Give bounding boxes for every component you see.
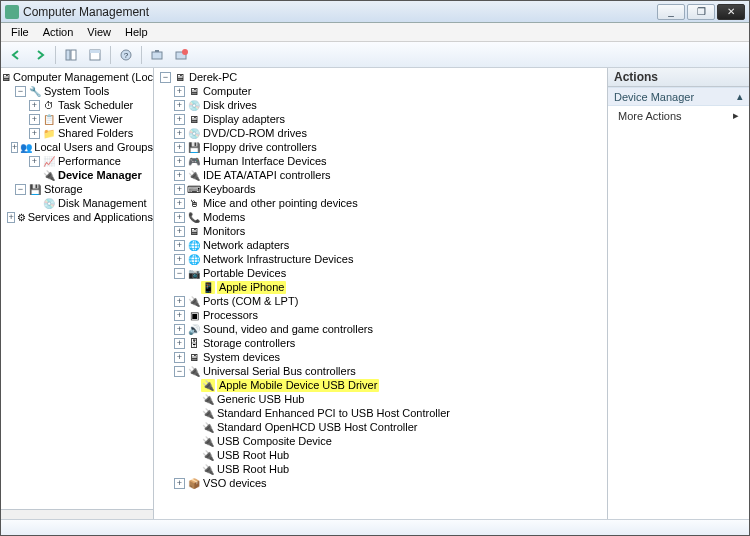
cat-monitors[interactable]: +🖥Monitors xyxy=(160,224,607,238)
dev-apple-iphone[interactable]: 📱Apple iPhone xyxy=(160,280,607,294)
expand-icon[interactable]: + xyxy=(174,324,185,335)
cat-modems[interactable]: +📞Modems xyxy=(160,210,607,224)
console-tree[interactable]: 🖥Computer Management (Local −🔧System Too… xyxy=(1,68,153,226)
expand-icon[interactable]: + xyxy=(174,198,185,209)
tree-task-scheduler[interactable]: +⏱Task Scheduler xyxy=(1,98,153,112)
actions-more[interactable]: More Actions ▸ xyxy=(608,106,749,125)
cat-ide[interactable]: +🔌IDE ATA/ATAPI controllers xyxy=(160,168,607,182)
cat-netinfra[interactable]: +🌐Network Infrastructure Devices xyxy=(160,252,607,266)
collapse-icon[interactable]: − xyxy=(174,268,185,279)
cat-network[interactable]: +🌐Network adapters xyxy=(160,238,607,252)
cat-display[interactable]: +🖥Display adapters xyxy=(160,112,607,126)
help-button[interactable]: ? xyxy=(115,45,137,65)
expand-icon[interactable]: + xyxy=(174,142,185,153)
cat-vso[interactable]: +📦VSO devices xyxy=(160,476,607,490)
expand-icon[interactable]: + xyxy=(29,156,40,167)
show-hide-tree-button[interactable] xyxy=(60,45,82,65)
collapse-arrow-icon: ▴ xyxy=(737,90,743,103)
cat-floppy[interactable]: +💾Floppy drive controllers xyxy=(160,140,607,154)
tree-storage[interactable]: −💾Storage xyxy=(1,182,153,196)
expand-icon[interactable]: + xyxy=(174,114,185,125)
expand-icon[interactable]: + xyxy=(174,254,185,265)
expand-icon[interactable]: + xyxy=(29,100,40,111)
dev-root-hub-1[interactable]: 🔌USB Root Hub xyxy=(160,448,607,462)
dev-root-hub-2[interactable]: 🔌USB Root Hub xyxy=(160,462,607,476)
cat-dvd[interactable]: +💿DVD/CD-ROM drives xyxy=(160,126,607,140)
cat-computer[interactable]: +🖥Computer xyxy=(160,84,607,98)
expand-icon[interactable]: + xyxy=(174,338,185,349)
svg-rect-1 xyxy=(71,50,76,60)
dev-composite[interactable]: 🔌USB Composite Device xyxy=(160,434,607,448)
forward-button[interactable] xyxy=(29,45,51,65)
maximize-button[interactable]: ❐ xyxy=(687,4,715,20)
dev-openhcd[interactable]: 🔌Standard OpenHCD USB Host Controller xyxy=(160,420,607,434)
menu-action[interactable]: Action xyxy=(37,24,80,40)
cat-sound[interactable]: +🔊Sound, video and game controllers xyxy=(160,322,607,336)
tree-event-viewer[interactable]: +📋Event Viewer xyxy=(1,112,153,126)
cat-hid[interactable]: +🎮Human Interface Devices xyxy=(160,154,607,168)
expand-icon[interactable]: + xyxy=(174,226,185,237)
cat-processors[interactable]: +▣Processors xyxy=(160,308,607,322)
collapse-icon[interactable]: − xyxy=(15,184,26,195)
cat-mice[interactable]: +🖱Mice and other pointing devices xyxy=(160,196,607,210)
cat-keyboards[interactable]: +⌨Keyboards xyxy=(160,182,607,196)
tree-system-tools[interactable]: −🔧System Tools xyxy=(1,84,153,98)
device-root[interactable]: −🖥Derek-PC xyxy=(160,70,607,84)
dev-generic-hub[interactable]: 🔌Generic USB Hub xyxy=(160,392,607,406)
collapse-icon[interactable]: − xyxy=(160,72,171,83)
folder-icon: 📁 xyxy=(42,127,56,140)
cat-storage-ctl[interactable]: +🗄Storage controllers xyxy=(160,336,607,350)
expand-icon[interactable]: + xyxy=(174,478,185,489)
tree-services[interactable]: +⚙Services and Applications xyxy=(1,210,153,224)
expand-icon[interactable]: + xyxy=(174,86,185,97)
tree-performance[interactable]: +📈Performance xyxy=(1,154,153,168)
monitor-icon: 🖥 xyxy=(187,225,201,238)
expand-icon[interactable]: + xyxy=(29,114,40,125)
titlebar: Computer Management _ ❐ ✕ xyxy=(1,1,749,23)
cat-portable[interactable]: −📷Portable Devices xyxy=(160,266,607,280)
cat-disk-drives[interactable]: +💿Disk drives xyxy=(160,98,607,112)
uninstall-button[interactable] xyxy=(170,45,192,65)
expand-icon[interactable]: + xyxy=(174,310,185,321)
expand-icon[interactable]: + xyxy=(174,184,185,195)
menu-view[interactable]: View xyxy=(81,24,117,40)
expand-icon[interactable]: + xyxy=(174,296,185,307)
expand-icon[interactable]: + xyxy=(11,142,18,153)
tree-local-users[interactable]: +👥Local Users and Groups xyxy=(1,140,153,154)
actions-selected[interactable]: Device Manager ▴ xyxy=(608,87,749,106)
close-button[interactable]: ✕ xyxy=(717,4,745,20)
collapse-icon[interactable]: − xyxy=(15,86,26,97)
collapse-icon[interactable]: − xyxy=(174,366,185,377)
tree-disk-management[interactable]: 💿Disk Management xyxy=(1,196,153,210)
tree-device-manager[interactable]: 🔌Device Manager xyxy=(1,168,153,182)
expand-icon[interactable]: + xyxy=(174,170,185,181)
dev-apple-usb-driver[interactable]: 🔌Apple Mobile Device USB Driver xyxy=(160,378,607,392)
expand-icon[interactable]: + xyxy=(174,212,185,223)
console-tree-pane: 🖥Computer Management (Local −🔧System Too… xyxy=(1,68,154,519)
usb-device-icon: 🔌 xyxy=(201,393,215,406)
cat-ports[interactable]: +🔌Ports (COM & LPT) xyxy=(160,294,607,308)
cpu-icon: ▣ xyxy=(187,309,201,322)
left-splitter[interactable] xyxy=(1,509,153,519)
scan-button[interactable] xyxy=(146,45,168,65)
tree-shared-folders[interactable]: +📁Shared Folders xyxy=(1,126,153,140)
tree-root[interactable]: 🖥Computer Management (Local xyxy=(1,70,153,84)
back-button[interactable] xyxy=(5,45,27,65)
cat-system-devices[interactable]: +🖥System devices xyxy=(160,350,607,364)
expand-icon[interactable]: + xyxy=(174,100,185,111)
menu-help[interactable]: Help xyxy=(119,24,154,40)
device-tree[interactable]: −🖥Derek-PC +🖥Computer +💿Disk drives +🖥Di… xyxy=(154,68,607,492)
properties-button[interactable] xyxy=(84,45,106,65)
minimize-button[interactable]: _ xyxy=(657,4,685,20)
dev-enhanced-pci[interactable]: 🔌Standard Enhanced PCI to USB Host Contr… xyxy=(160,406,607,420)
expand-icon[interactable]: + xyxy=(174,156,185,167)
expand-icon[interactable]: + xyxy=(29,128,40,139)
cat-usb[interactable]: −🔌Universal Serial Bus controllers xyxy=(160,364,607,378)
keyboard-icon: ⌨ xyxy=(187,183,201,196)
expand-icon[interactable]: + xyxy=(174,240,185,251)
expand-icon[interactable]: + xyxy=(7,212,14,223)
menu-file[interactable]: File xyxy=(5,24,35,40)
usb-device-icon: 🔌 xyxy=(201,407,215,420)
expand-icon[interactable]: + xyxy=(174,352,185,363)
expand-icon[interactable]: + xyxy=(174,128,185,139)
